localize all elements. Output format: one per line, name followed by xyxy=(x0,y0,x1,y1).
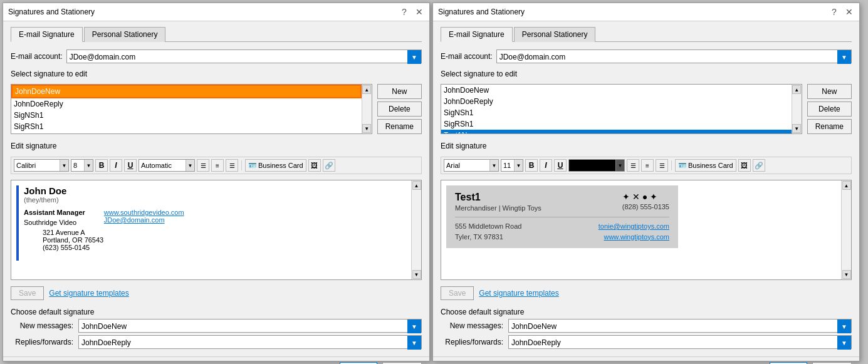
font-dropdown-1[interactable]: ▼ xyxy=(60,160,68,171)
replies-arrow-2[interactable]: ▼ xyxy=(837,336,851,350)
sig-editor-scroll-up-2[interactable]: ▲ xyxy=(842,181,851,190)
close-button-2[interactable]: ✕ xyxy=(844,7,854,17)
sig-item-1-1[interactable]: JohnDoeNew xyxy=(11,85,362,98)
color-select-2[interactable]: ▼ xyxy=(568,159,625,172)
color-dropdown-2[interactable]: ▼ xyxy=(615,160,624,171)
font-size-select-2[interactable]: 11 ▼ xyxy=(501,159,523,172)
replies-arrow-1[interactable]: ▼ xyxy=(407,336,421,350)
scroll-up-2[interactable]: ▲ xyxy=(792,85,801,94)
font-dropdown-2[interactable]: ▼ xyxy=(489,160,498,171)
sig-item-2-3[interactable]: SigNSh1 xyxy=(441,107,792,118)
business-card-btn-1[interactable]: 🪪 Business Card xyxy=(245,159,306,172)
scroll-down-1[interactable]: ▼ xyxy=(362,124,371,133)
sig-editor-scroll-down-1[interactable]: ▼ xyxy=(412,270,421,279)
italic-button-1[interactable]: I xyxy=(110,159,122,172)
tab-personal-stationery-2[interactable]: Personal Stationery xyxy=(514,27,596,42)
sig-item-1-3[interactable]: SigNSh1 xyxy=(11,110,362,121)
sig-item-1-5[interactable]: Test1New xyxy=(11,132,362,133)
link-btn-1[interactable]: 🔗 xyxy=(323,159,335,172)
tab-email-signature-2[interactable]: E-mail Signature xyxy=(441,27,513,42)
test1-bottom: 555 Middletown Road Tyler, TX 97831 toni… xyxy=(455,221,669,242)
sig-editor-scrollbar-1: ▲ ▼ xyxy=(411,180,421,279)
scroll-down-2[interactable]: ▼ xyxy=(792,124,801,133)
title-bar-1: Signatures and Stationery ? ✕ xyxy=(3,3,429,21)
rename-button-1[interactable]: Rename xyxy=(377,119,422,134)
save-button-1[interactable]: Save xyxy=(11,286,44,300)
replies-select-2[interactable]: JohnDoeReply ▼ xyxy=(508,335,852,349)
font-select-2[interactable]: Arial ▼ xyxy=(444,159,499,172)
italic-button-2[interactable]: I xyxy=(540,159,552,172)
signatures-list-items-1: JohnDoeNew JohnDoeReply SigNSh1 SigRSh1 … xyxy=(11,85,362,133)
email-account-dropdown-arrow-2[interactable]: ▼ xyxy=(837,50,851,64)
title-bar-controls-2: ? ✕ xyxy=(829,7,854,17)
get-templates-link-2[interactable]: Get signature templates xyxy=(479,289,558,298)
bold-button-1[interactable]: B xyxy=(95,159,108,172)
align-right-2[interactable]: ☰ xyxy=(656,159,668,172)
align-center-1[interactable]: ≡ xyxy=(211,159,224,172)
font-size-dropdown-2[interactable]: ▼ xyxy=(514,160,523,171)
sig-item-1-4[interactable]: SigRSh1 xyxy=(11,121,362,132)
sig-item-2-1[interactable]: JohnDoeNew xyxy=(441,85,792,96)
font-size-dropdown-1[interactable]: ▼ xyxy=(84,160,93,171)
delete-button-2[interactable]: Delete xyxy=(807,101,852,117)
get-templates-link-1[interactable]: Get signature templates xyxy=(49,289,128,298)
picture-btn-2[interactable]: 🖼 xyxy=(738,159,751,172)
delete-button-1[interactable]: Delete xyxy=(377,101,422,117)
tab-email-signature-1[interactable]: E-mail Signature xyxy=(11,27,83,42)
sig-list-scrollbar-2: ▲ ▼ xyxy=(792,85,802,133)
tab-personal-stationery-1[interactable]: Personal Stationery xyxy=(84,27,166,42)
help-button-1[interactable]: ? xyxy=(399,7,409,17)
picture-btn-1[interactable]: 🖼 xyxy=(308,159,321,172)
new-button-1[interactable]: New xyxy=(377,84,422,99)
sig-editor-content-1: John Doe (they/them) Assistant Manager S… xyxy=(11,180,411,279)
color-select-1[interactable]: Automatic ▼ xyxy=(139,159,195,172)
help-button-2[interactable]: ? xyxy=(829,7,839,17)
sig-item-1-2[interactable]: JohnDoeReply xyxy=(11,98,362,110)
link-btn-2[interactable]: 🔗 xyxy=(753,159,765,172)
sig-item-2-5[interactable]: Test1New xyxy=(441,130,792,133)
align-center-2[interactable]: ≡ xyxy=(641,159,654,172)
replies-label-2: Replies/forwards: xyxy=(441,338,503,346)
new-messages-select-1[interactable]: JohnDoeNew ▼ xyxy=(78,319,422,333)
new-messages-select-2[interactable]: JohnDoeNew ▼ xyxy=(508,319,852,333)
email-account-dropdown-arrow-1[interactable]: ▼ xyxy=(407,50,421,64)
sig-item-2-2[interactable]: JohnDoeReply xyxy=(441,96,792,107)
test1-title-row: Test1 Merchandiser | Wingtip Toys ✦ ✕ ● … xyxy=(455,192,669,212)
scroll-up-1[interactable]: ▲ xyxy=(362,85,371,94)
test1-name-block: Test1 Merchandiser | Wingtip Toys xyxy=(455,192,541,212)
align-left-1[interactable]: ☰ xyxy=(197,159,209,172)
business-card-btn-2[interactable]: 🪪 Business Card xyxy=(675,159,736,172)
formatting-toolbar-2: Arial ▼ 11 ▼ B I U ▼ ☰ ≡ ☰ 🪪 Business Ca… xyxy=(441,157,852,174)
sig-editor-1[interactable]: John Doe (they/them) Assistant Manager S… xyxy=(11,180,422,280)
signatures-list-2: JohnDoeNew JohnDoeReply SigNSh1 SigRSh1 … xyxy=(441,84,802,134)
color-dropdown-1[interactable]: ▼ xyxy=(186,160,194,171)
rename-button-2[interactable]: Rename xyxy=(807,119,852,134)
test1-divider xyxy=(455,217,669,217)
sig-title-1: Assistant Manager xyxy=(24,209,85,216)
new-messages-arrow-1[interactable]: ▼ xyxy=(407,320,421,333)
replies-select-1[interactable]: JohnDoeReply ▼ xyxy=(78,335,422,349)
close-button-1[interactable]: ✕ xyxy=(414,7,424,17)
email-account-select-1[interactable]: JDoe@domain.com ▼ xyxy=(66,49,422,63)
new-button-2[interactable]: New xyxy=(807,84,852,99)
choose-default-label-1: Choose default signature xyxy=(11,308,422,316)
title-bar-2: Signatures and Stationery ? ✕ xyxy=(433,3,859,21)
email-account-select-2[interactable]: JDoe@domain.com ▼ xyxy=(496,49,852,63)
underline-button-1[interactable]: U xyxy=(124,159,137,172)
bold-button-2[interactable]: B xyxy=(525,159,538,172)
font-select-1[interactable]: Calibri ▼ xyxy=(14,159,69,172)
align-right-1[interactable]: ☰ xyxy=(226,159,238,172)
test1-icon-circle: ● xyxy=(642,192,647,202)
align-left-2[interactable]: ☰ xyxy=(627,159,639,172)
test1-contact: tonie@wingtiptoys.com www.wingtiptoys.co… xyxy=(599,221,669,242)
save-button-2[interactable]: Save xyxy=(441,286,474,300)
email-account-label-2: E-mail account: xyxy=(441,52,493,61)
sig-editor-scroll-down-2[interactable]: ▼ xyxy=(842,270,851,279)
new-messages-arrow-2[interactable]: ▼ xyxy=(837,320,851,333)
choose-default-1: Choose default signature New messages: J… xyxy=(11,304,422,351)
underline-button-2[interactable]: U xyxy=(554,159,567,172)
sig-item-2-4[interactable]: SigRSh1 xyxy=(441,118,792,130)
sig-editor-2[interactable]: Test1 Merchandiser | Wingtip Toys ✦ ✕ ● … xyxy=(441,180,852,280)
sig-editor-scroll-up-1[interactable]: ▲ xyxy=(412,181,421,190)
font-size-select-1[interactable]: 8 ▼ xyxy=(71,159,93,172)
